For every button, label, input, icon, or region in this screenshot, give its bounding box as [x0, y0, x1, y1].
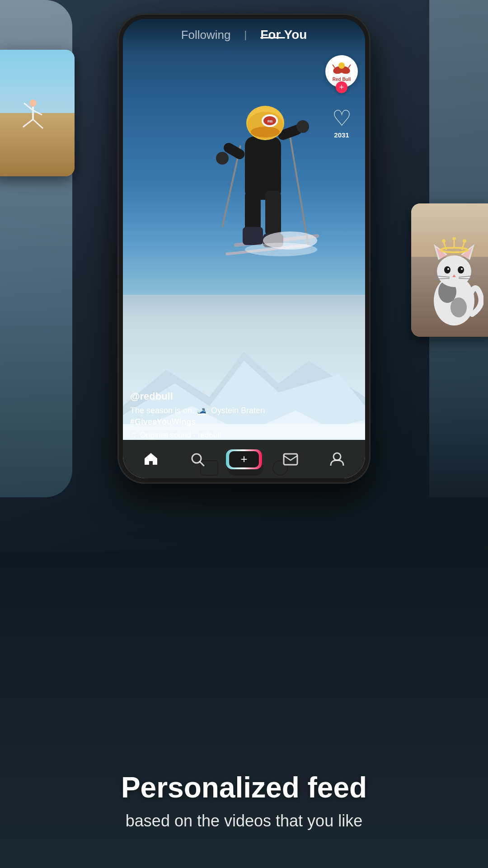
- svg-point-42: [450, 297, 467, 317]
- follow-button[interactable]: +: [336, 81, 347, 93]
- for-you-tab[interactable]: For You: [260, 28, 307, 42]
- like-button[interactable]: ♡ 2031: [332, 108, 352, 139]
- sound-info[interactable]: ♫ Originial sound - redbull: [130, 430, 320, 440]
- svg-point-48: [441, 248, 468, 252]
- svg-rect-17: [243, 227, 263, 245]
- svg-line-37: [200, 462, 204, 466]
- yoga-card: [0, 50, 75, 176]
- svg-rect-14: [245, 137, 281, 200]
- svg-point-55: [444, 266, 450, 274]
- home-nav-item[interactable]: [133, 446, 169, 473]
- svg-point-52: [452, 237, 456, 240]
- svg-point-21: [216, 152, 229, 165]
- svg-line-63: [459, 278, 474, 279]
- svg-rect-16: [265, 191, 281, 236]
- video-info: @redbull The season is on. 🎿: Oystein Br…: [130, 391, 320, 440]
- svg-line-35: [348, 65, 351, 68]
- right-action-bar: Red Bull + ♡ 2031: [325, 55, 358, 139]
- svg-point-30: [245, 243, 317, 256]
- username-label[interactable]: @redbull: [130, 391, 320, 402]
- search-icon: [189, 451, 206, 467]
- inbox-nav-item[interactable]: [272, 446, 309, 473]
- svg-point-43: [437, 255, 471, 287]
- main-headline: Personalized feed: [0, 772, 488, 803]
- inbox-icon: [282, 451, 299, 467]
- search-nav-item[interactable]: [179, 446, 216, 473]
- cat-svg: [425, 237, 483, 328]
- svg-point-0: [29, 99, 37, 107]
- create-button[interactable]: +: [226, 449, 262, 469]
- create-nav-item[interactable]: +: [226, 446, 262, 473]
- hashtag-label[interactable]: #GivesYouWings: [130, 417, 196, 426]
- svg-line-3: [33, 110, 42, 115]
- redbull-logo-svg: [330, 61, 353, 77]
- svg-point-54: [463, 239, 466, 243]
- profile-nav-item[interactable]: [319, 446, 355, 473]
- video-area: RB Following | For You: [123, 19, 365, 478]
- svg-point-22: [296, 120, 309, 133]
- svg-line-4: [23, 119, 33, 127]
- svg-point-50: [442, 239, 446, 243]
- bottom-text-section: Personalized feed based on the videos th…: [0, 772, 488, 832]
- svg-point-25: [251, 127, 280, 137]
- svg-point-56: [458, 266, 464, 274]
- svg-line-34: [333, 65, 335, 68]
- like-count: 2031: [334, 131, 349, 139]
- svg-point-57: [447, 268, 449, 270]
- svg-line-61: [434, 278, 450, 279]
- heart-icon: ♡: [332, 108, 352, 129]
- profile-icon: [329, 451, 345, 467]
- cat-card: [411, 203, 488, 337]
- phone-device: RB Following | For You: [117, 14, 371, 484]
- top-navigation: Following | For You: [123, 19, 365, 51]
- svg-point-58: [461, 268, 463, 270]
- active-tab-indicator: [260, 37, 285, 38]
- yoga-figure-svg: [19, 98, 47, 138]
- svg-line-12: [290, 137, 308, 245]
- svg-point-39: [333, 453, 341, 460]
- sub-headline: based on the videos that you like: [0, 811, 488, 832]
- nav-divider: |: [244, 29, 247, 41]
- bottom-navigation: +: [123, 440, 365, 478]
- skier-svg: RB: [200, 46, 326, 263]
- svg-rect-38: [284, 454, 297, 465]
- svg-text:RB: RB: [267, 119, 273, 123]
- video-description: The season is on. 🎿: Oystein Braten #Giv…: [130, 405, 320, 428]
- home-icon: [143, 451, 159, 467]
- svg-point-33: [338, 62, 345, 69]
- svg-line-5: [33, 119, 43, 128]
- plus-icon: +: [240, 452, 247, 466]
- following-tab[interactable]: Following: [181, 28, 231, 42]
- music-note-icon: ♫: [130, 430, 136, 440]
